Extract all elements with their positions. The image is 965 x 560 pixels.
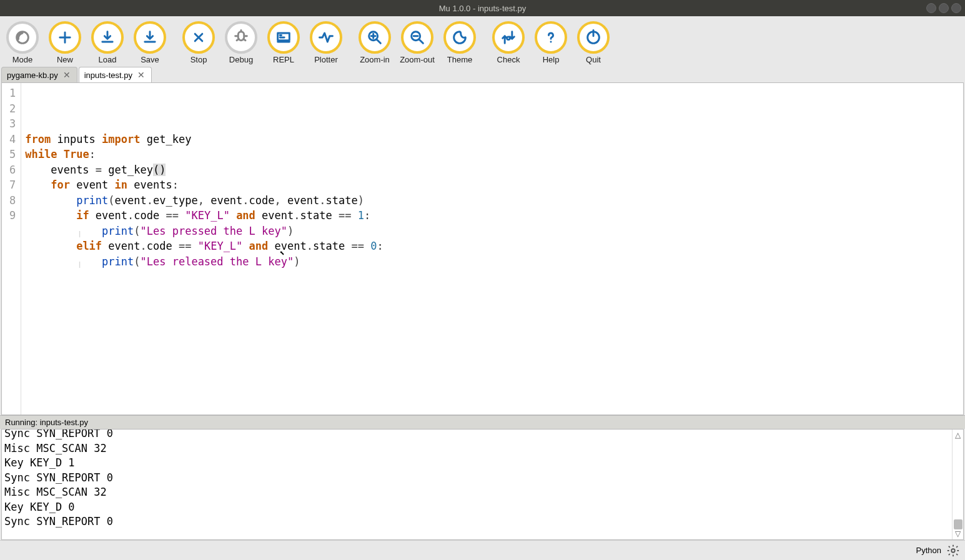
titlebar: Mu 1.0.0 - inputs-test.py [0,0,965,16]
zoom-out-icon [401,21,433,54]
plotter-label: Plotter [314,55,338,64]
repl-icon [267,21,300,54]
code-editor[interactable]: 123456789 ⬉ from inputs import get_keywh… [1,82,964,415]
svg-point-0 [951,549,955,553]
plotter-icon [310,21,342,54]
load-label: Load [99,55,117,64]
code-line[interactable]: print(event.ev_type, event.code, event.s… [25,193,959,209]
help-button[interactable]: Help [530,20,572,66]
mode-icon [6,21,39,54]
scroll-thumb[interactable] [954,519,963,529]
status-mode: Python [916,546,941,555]
quit-label: Quit [586,55,601,64]
check-label: Check [497,55,520,64]
new-icon [49,21,81,54]
code-line[interactable]: events = get_key() [25,162,959,178]
load-icon [91,21,124,54]
mode-button[interactable]: Mode [1,20,44,66]
scroll-up-icon[interactable]: △ [955,431,961,440]
zoom-in-button[interactable]: Zoom-in [354,20,396,66]
tab-bar: pygame-kb.py✕inputs-test.py✕ [0,67,965,82]
code-line[interactable]: ╷ print("Les pressed the L key") [25,224,959,239]
repl-label: REPL [273,55,294,64]
code-line[interactable]: while True: [25,147,959,162]
check-button[interactable]: Check [487,20,530,66]
line-number-gutter: 123456789 [2,83,21,415]
tab-label: inputs-test.py [84,71,132,80]
stop-button[interactable]: Stop [177,20,220,66]
scroll-down-icon[interactable]: ▽ [955,529,961,538]
theme-icon [443,21,476,54]
line-number: 1 [9,86,16,101]
close-button[interactable] [951,3,961,13]
line-number: 7 [9,177,16,193]
output-header: Running: inputs-test.py [0,415,965,429]
code-area[interactable]: ⬉ from inputs import get_keywhile True: … [21,83,963,415]
line-number: 9 [9,208,16,224]
save-label: Save [141,55,159,64]
stop-icon [182,21,215,54]
line-number: 5 [9,147,16,162]
code-line[interactable]: if event.code == "KEY_L" and event.state… [25,208,959,224]
save-icon [134,21,166,54]
stop-label: Stop [191,55,207,64]
code-line[interactable]: from inputs import get_key [25,132,959,147]
help-label: Help [543,55,560,64]
line-number: 3 [9,116,16,132]
zoom-in-icon [359,21,391,54]
output-scrollbar[interactable]: △ ▽ [952,430,963,539]
window-title: Mu 1.0.0 - inputs-test.py [439,4,526,13]
zoom-out-button[interactable]: Zoom-out [396,20,438,66]
mode-label: Mode [12,55,33,64]
minimize-button[interactable] [926,3,936,13]
tab-inputs-test-py[interactable]: inputs-test.py✕ [79,67,152,82]
load-button[interactable]: Load [86,20,129,66]
code-line[interactable]: for event in events: [25,177,959,193]
quit-icon [577,21,610,54]
line-number: 6 [9,162,16,178]
line-number: 2 [9,101,16,117]
new-label: New [57,55,73,64]
check-icon [492,21,525,54]
output-panel: Sync SYN_REPORT 0 Misc MSC_SCAN 32 Key K… [1,429,964,540]
debug-label: Debug [229,55,253,64]
zoom-in-label: Zoom-in [360,55,390,64]
quit-button[interactable]: Quit [572,20,615,66]
repl-button[interactable]: REPL [262,20,305,66]
tab-close-icon[interactable]: ✕ [62,70,72,80]
window-controls [926,3,961,13]
line-number: 4 [9,132,16,147]
theme-button[interactable]: Theme [438,20,481,66]
tab-pygame-kb-py[interactable]: pygame-kb.py✕ [1,67,77,82]
save-button[interactable]: Save [129,20,171,66]
new-button[interactable]: New [44,20,86,66]
code-line[interactable]: elif event.code == "KEY_L" and event.sta… [25,238,959,254]
maximize-button[interactable] [939,3,949,13]
code-line[interactable]: ╷ print("Les released the L key") [25,254,959,270]
tab-label: pygame-kb.py [7,71,58,80]
zoom-out-label: Zoom-out [400,55,435,64]
debug-button[interactable]: Debug [220,20,262,66]
theme-label: Theme [447,55,472,64]
plotter-button[interactable]: Plotter [305,20,347,66]
help-icon [535,21,567,54]
gear-icon[interactable] [946,544,960,558]
debug-icon [225,21,257,54]
tab-close-icon[interactable]: ✕ [136,70,146,80]
statusbar: Python [0,540,965,560]
toolbar: ModeNewLoadSaveStopDebugREPLPlotterZoom-… [0,16,965,67]
output-text[interactable]: Sync SYN_REPORT 0 Misc MSC_SCAN 32 Key K… [2,429,952,539]
line-number: 8 [9,193,16,209]
